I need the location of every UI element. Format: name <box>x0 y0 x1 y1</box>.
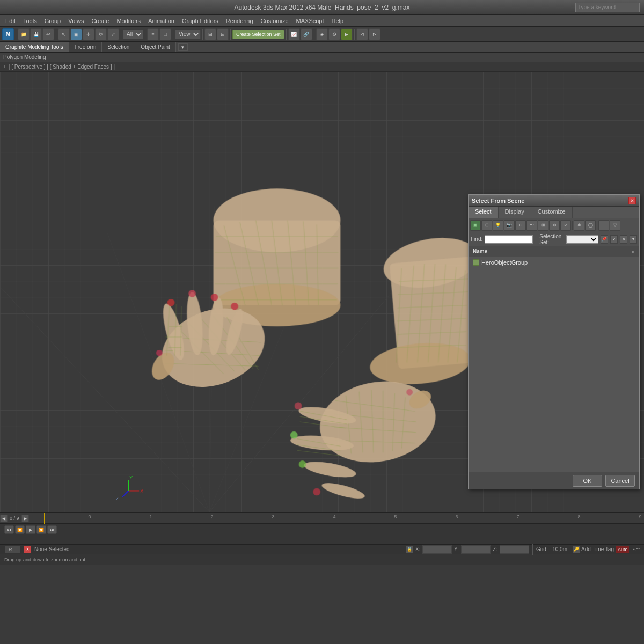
sfs-ok-btn[interactable]: OK <box>573 475 602 487</box>
menu-customize[interactable]: Customize <box>258 17 292 25</box>
dialog-tabs: Select Display Customize <box>469 207 639 218</box>
move-btn[interactable]: ✛ <box>83 28 94 40</box>
create-selection-set-btn[interactable]: Create Selection Set <box>232 30 284 39</box>
x-coord-input[interactable] <box>422 545 452 554</box>
sfs-cameras-btn[interactable]: 📷 <box>504 220 515 231</box>
timeline-scrubber[interactable] <box>44 513 45 524</box>
viewport-3d[interactable]: X Y Z Select From Scene ✕ Select Display… <box>0 72 644 512</box>
playback-prev-frame-btn[interactable]: ⏪ <box>15 525 25 534</box>
select-region-btn[interactable]: ▣ <box>70 28 82 40</box>
lock-icon[interactable]: 🔒 <box>406 546 413 553</box>
toolbar-sep-8 <box>286 29 287 40</box>
material-editor-btn[interactable]: ◈ <box>316 28 328 40</box>
tl-num-2: 2 <box>210 514 213 519</box>
status-close-btn[interactable]: ✕ <box>24 546 31 553</box>
tl-num-4: 4 <box>333 514 335 519</box>
menu-rendering[interactable]: Rendering <box>223 17 257 25</box>
playback-next-frame-btn[interactable]: ⏩ <box>36 525 46 534</box>
sfs-tab-select[interactable]: Select <box>469 207 499 218</box>
menu-maxscript[interactable]: MAXScript <box>293 17 327 25</box>
layer-dropdown[interactable]: All <box>123 30 143 39</box>
save-file-btn[interactable]: 💾 <box>30 28 42 40</box>
render-setup-btn[interactable]: ⚙ <box>328 28 340 40</box>
menu-graph-editors[interactable]: Graph Editors <box>179 17 222 25</box>
sfs-hidden-btn[interactable]: ◯ <box>585 220 596 231</box>
sfs-helpers-btn[interactable]: ⊕ <box>515 220 526 231</box>
timeline-next-btn[interactable]: ▶ <box>21 515 29 522</box>
sfs-groups-btn[interactable]: ⊞ <box>538 220 548 231</box>
sfs-sel-btn-2[interactable]: ✔ <box>610 235 618 244</box>
menu-create[interactable]: Create <box>88 17 112 25</box>
sfs-all-geom-btn[interactable]: ▣ <box>470 220 481 231</box>
menu-bar: Edit Tools Group Views Create Modifiers … <box>0 15 644 27</box>
menu-views[interactable]: Views <box>65 17 87 25</box>
keyword-search[interactable]: Type a keyword <box>575 3 640 12</box>
view-dropdown[interactable]: View <box>175 30 201 39</box>
rotate-btn[interactable]: ↻ <box>95 28 107 40</box>
menu-animation[interactable]: Animation <box>145 17 178 25</box>
tab-object-paint[interactable]: Object Paint <box>135 42 175 52</box>
tab-selection[interactable]: Selection <box>102 42 135 52</box>
sfs-sort-icon[interactable]: ▸ <box>632 249 635 254</box>
timeline-nav-arrows: ◀ 0 / 9 ▶ <box>0 513 29 524</box>
playback-play-btn[interactable]: ▶ <box>26 525 35 534</box>
sfs-shapes-btn[interactable]: ⊡ <box>481 220 492 231</box>
sfs-bones-btn[interactable]: ⊘ <box>560 220 571 231</box>
sfs-filter-btn[interactable]: ▽ <box>610 220 620 231</box>
anim-btn-1[interactable]: ⊲ <box>356 28 368 40</box>
render-btn[interactable]: ▶ <box>341 28 353 40</box>
tab-graphite-modeling-tools[interactable]: Graphite Modeling Tools <box>0 42 69 52</box>
scale-btn[interactable]: ⤢ <box>107 28 119 40</box>
menu-help[interactable]: Help <box>328 17 347 25</box>
sfs-select-deps-btn[interactable]: ⋯ <box>598 220 609 231</box>
select-btn[interactable]: ↖ <box>58 28 70 40</box>
toolbar-sep-3 <box>121 29 121 40</box>
status-mode-btn[interactable]: R... <box>4 545 20 554</box>
tab-freeform[interactable]: Freeform <box>69 42 103 52</box>
tl-num-5: 5 <box>394 514 397 519</box>
sfs-tab-display[interactable]: Display <box>499 207 531 218</box>
sfs-spacewarps-btn[interactable]: 〜 <box>526 220 537 231</box>
timeline-track[interactable]: ◀ 0 / 9 ▶ 0 1 2 3 4 5 6 7 8 9 <box>0 513 644 524</box>
app-logo[interactable]: M <box>2 28 14 40</box>
curve-editor-btn[interactable]: 📈 <box>288 28 300 40</box>
sfs-xrefs-btn[interactable]: ⊗ <box>549 220 560 231</box>
sfs-object-list[interactable]: HeroObjectGroup <box>469 257 639 472</box>
svg-point-44 <box>188 290 196 297</box>
menu-group[interactable]: Group <box>41 17 64 25</box>
schematic-btn[interactable]: 🔗 <box>301 28 312 40</box>
grid-label: Grid = 10,0m <box>536 546 567 552</box>
sfs-list-item[interactable]: HeroObjectGroup <box>469 257 639 268</box>
sfs-sel-btn-4[interactable]: ▾ <box>630 235 637 244</box>
playback-end-btn[interactable]: ⏭ <box>47 525 57 534</box>
anim-btn-2[interactable]: ⊳ <box>369 28 380 40</box>
key-icon[interactable]: 🔑 <box>573 546 580 553</box>
title-bar: Autodesk 3ds Max 2012 x64 Male_Hands_pos… <box>0 0 644 15</box>
menu-edit[interactable]: Edit <box>2 17 19 25</box>
sfs-find-input[interactable] <box>485 235 533 244</box>
sfs-frozen-btn[interactable]: ❄ <box>574 220 584 231</box>
sfs-cancel-btn[interactable]: Cancel <box>605 475 635 487</box>
open-file-btn[interactable]: 📁 <box>18 28 30 40</box>
timeline-prev-btn[interactable]: ◀ <box>0 515 8 522</box>
select-by-name-btn[interactable]: ≡ <box>147 28 159 40</box>
z-coord-input[interactable] <box>500 545 529 554</box>
dialog-close-btn[interactable]: ✕ <box>628 197 636 204</box>
y-coord-input[interactable] <box>461 545 491 554</box>
sfs-sel-btn-1[interactable]: 📌 <box>601 235 608 244</box>
undo-btn[interactable]: ↩ <box>42 28 54 40</box>
menu-modifiers[interactable]: Modifiers <box>113 17 144 25</box>
tab-options-btn[interactable]: ▾ <box>178 43 188 51</box>
timeline-position: 0 / 9 <box>8 516 21 521</box>
playback-start-btn[interactable]: ⏮ <box>4 525 14 534</box>
mirror-btn[interactable]: ⊟ <box>217 28 229 40</box>
sfs-lights-btn[interactable]: 💡 <box>493 220 503 231</box>
menu-tools[interactable]: Tools <box>20 17 40 25</box>
rect-select-btn[interactable]: □ <box>159 28 171 40</box>
sfs-selection-set-dropdown[interactable] <box>566 235 598 244</box>
sfs-tab-customize[interactable]: Customize <box>531 207 573 218</box>
sfs-sel-btn-3[interactable]: ✕ <box>620 235 627 244</box>
align-btn[interactable]: ⊞ <box>204 28 216 40</box>
toolbar-sep-7 <box>230 29 231 40</box>
z-label: Z: <box>493 546 497 552</box>
